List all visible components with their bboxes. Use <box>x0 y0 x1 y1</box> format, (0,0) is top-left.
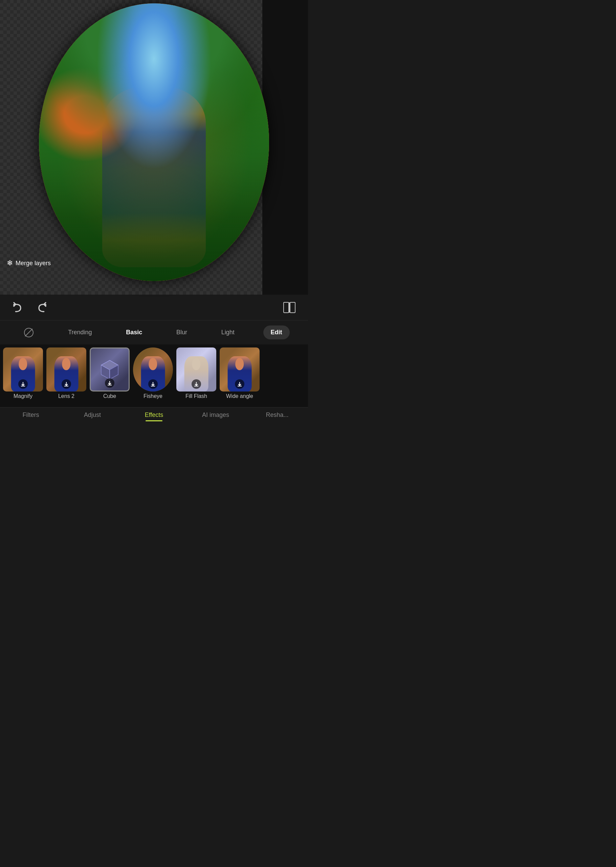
effect-thumb-magnify <box>3 348 43 392</box>
download-icon-cube <box>107 380 112 386</box>
effect-label-fillflash: Fill Flash <box>185 393 207 399</box>
bottom-nav: Filters Adjust Effects AI images Resha..… <box>0 407 308 433</box>
nav-filters[interactable]: Filters <box>0 411 61 419</box>
effect-thumb-wideangle <box>220 348 259 392</box>
download-badge-cube <box>105 378 115 388</box>
nav-ai-images[interactable]: AI images <box>185 411 247 419</box>
effect-lens2[interactable]: Lens 2 <box>46 348 86 404</box>
merge-layers-icon: ❄ <box>7 259 13 267</box>
download-icon-wideangle <box>237 381 242 387</box>
svg-line-4 <box>25 329 33 336</box>
nav-label-filters: Filters <box>23 411 39 419</box>
tab-no-filter[interactable] <box>18 325 39 340</box>
undo-button[interactable] <box>10 300 25 315</box>
right-panel <box>262 0 308 295</box>
download-badge-fisheye <box>148 379 158 389</box>
effect-fisheye[interactable]: Fisheye <box>133 348 173 404</box>
merge-layers-button[interactable]: ❄ Merge layers <box>7 259 51 267</box>
effect-fillflash[interactable]: Fill Flash <box>176 348 217 404</box>
effect-thumb-fillflash <box>176 348 216 392</box>
effect-label-fisheye: Fisheye <box>143 393 162 399</box>
effect-label-wideangle: Wide angle <box>226 393 253 399</box>
person-silhouette <box>102 87 206 267</box>
tab-blur[interactable]: Blur <box>171 326 193 339</box>
effect-thumb-lens2 <box>46 348 86 392</box>
tab-trending[interactable]: Trending <box>63 326 97 339</box>
effect-label-lens2: Lens 2 <box>58 393 74 399</box>
merge-layers-label: Merge layers <box>16 260 51 267</box>
effect-label-cube: Cube <box>103 393 116 399</box>
tab-light[interactable]: Light <box>216 326 240 339</box>
photo-content <box>39 3 269 281</box>
nav-label-adjust: Adjust <box>84 411 101 419</box>
nav-effects[interactable]: Effects <box>123 411 185 419</box>
effect-cube[interactable]: Cube <box>90 348 130 404</box>
nav-label-ai-images: AI images <box>202 411 229 419</box>
effect-label-magnify: Magnify <box>14 393 33 399</box>
nav-reshape[interactable]: Resha... <box>247 411 308 419</box>
download-icon-fillflash <box>193 381 199 387</box>
no-filter-icon <box>24 327 34 338</box>
nav-effects-underline <box>146 420 162 421</box>
svg-rect-1 <box>290 302 295 312</box>
effect-thumb-fisheye <box>133 348 173 392</box>
nav-label-reshape: Resha... <box>266 411 288 419</box>
toolbar-left <box>10 300 49 315</box>
canvas-area: ❄ Merge layers <box>0 0 308 295</box>
cube-3d-icon <box>98 358 121 381</box>
download-badge-wideangle <box>235 379 244 389</box>
download-icon-fisheye <box>150 381 156 387</box>
effect-wideangle[interactable]: Wide angle <box>219 348 260 404</box>
tab-edit[interactable]: Edit <box>263 326 290 339</box>
download-badge-magnify <box>18 379 28 389</box>
fisheye-frame <box>39 3 269 281</box>
redo-button[interactable] <box>34 300 49 315</box>
download-icon-magnify <box>20 381 26 387</box>
nav-label-effects: Effects <box>145 411 163 419</box>
effect-magnify[interactable]: Magnify <box>3 348 43 404</box>
download-icon-lens2 <box>64 381 69 387</box>
filter-tabs: Trending Basic Blur Light Edit <box>0 320 308 345</box>
compare-icon <box>283 301 296 314</box>
toolbar <box>0 295 308 320</box>
download-badge-lens2 <box>61 379 71 389</box>
undo-icon <box>13 302 24 313</box>
effect-thumb-cube <box>90 348 130 392</box>
effects-row: Magnify Lens 2 <box>0 345 308 407</box>
nav-adjust[interactable]: Adjust <box>61 411 123 419</box>
download-badge-fillflash <box>192 379 201 389</box>
svg-rect-0 <box>284 302 289 312</box>
tab-basic[interactable]: Basic <box>121 326 148 339</box>
compare-button[interactable] <box>281 299 298 316</box>
redo-icon <box>36 302 47 313</box>
